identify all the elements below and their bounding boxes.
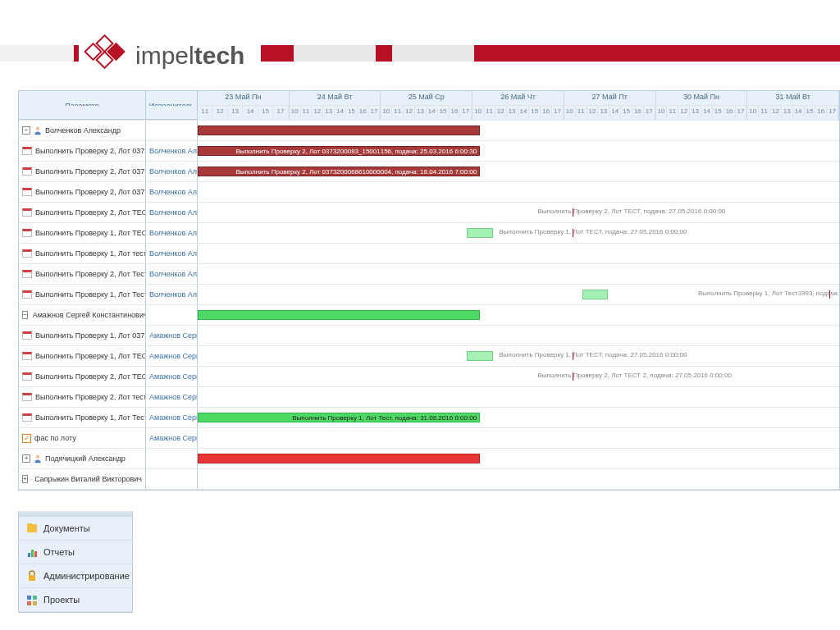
header-seg bbox=[294, 45, 376, 62]
logo-text: impeltech bbox=[135, 42, 244, 70]
logo: impeltech bbox=[79, 31, 261, 80]
logo-icon bbox=[79, 31, 132, 80]
header-seg bbox=[392, 45, 474, 62]
header: impeltech bbox=[0, 0, 840, 82]
